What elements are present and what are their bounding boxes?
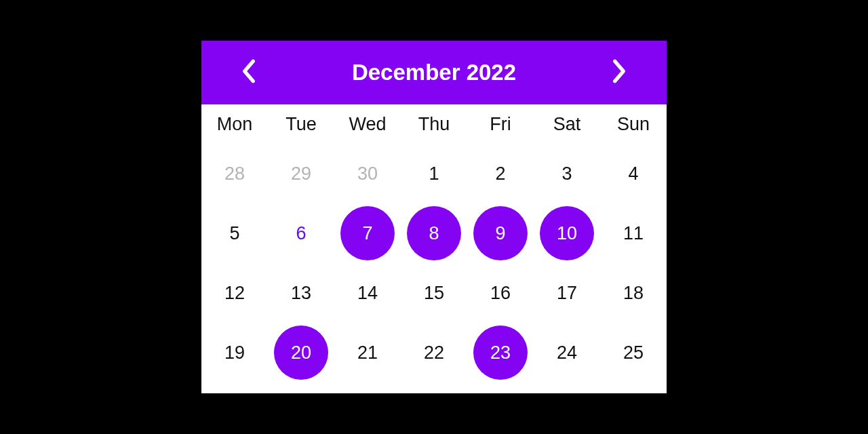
calendar-cell: 23 bbox=[467, 326, 534, 380]
weekday-label: Sun bbox=[600, 114, 667, 135]
calendar-day[interactable]: 29 bbox=[274, 146, 328, 201]
calendar-day[interactable]: 12 bbox=[208, 266, 262, 320]
weekday-label: Thu bbox=[401, 114, 467, 135]
calendar-cell: 11 bbox=[600, 206, 667, 260]
calendar-day[interactable]: 21 bbox=[340, 326, 395, 380]
calendar-cell: 9 bbox=[467, 206, 534, 260]
calendar-day[interactable]: 16 bbox=[473, 266, 528, 320]
calendar-day[interactable]: 15 bbox=[407, 266, 461, 320]
calendar-cell: 4 bbox=[600, 146, 667, 201]
calendar-cell: 8 bbox=[401, 206, 467, 260]
weekday-header-row: Mon Tue Wed Thu Fri Sat Sun bbox=[201, 104, 667, 144]
calendar-cell: 28 bbox=[201, 146, 268, 201]
calendar-cell: 12 bbox=[201, 266, 268, 320]
calendar-header: December 2022 bbox=[201, 41, 667, 104]
calendar-cell: 5 bbox=[201, 206, 268, 260]
calendar-day[interactable]: 7 bbox=[340, 206, 395, 260]
calendar-day[interactable]: 19 bbox=[208, 326, 262, 380]
chevron-left-icon bbox=[240, 58, 258, 87]
calendar-day[interactable]: 23 bbox=[473, 326, 528, 380]
calendar-row: 12131415161718 bbox=[201, 263, 667, 323]
calendar-cell: 30 bbox=[334, 146, 401, 201]
calendar-day[interactable]: 6 bbox=[274, 206, 328, 260]
calendar-cell: 1 bbox=[401, 146, 467, 201]
prev-month-button[interactable] bbox=[235, 59, 262, 86]
calendar-cell: 17 bbox=[534, 266, 600, 320]
calendar-cell: 21 bbox=[334, 326, 401, 380]
calendar-cell: 6 bbox=[268, 206, 334, 260]
calendar-day[interactable]: 5 bbox=[208, 206, 262, 260]
calendar-cell: 16 bbox=[467, 266, 534, 320]
calendar-day[interactable]: 9 bbox=[473, 206, 528, 260]
calendar-day[interactable]: 20 bbox=[274, 326, 328, 380]
calendar-day[interactable]: 13 bbox=[274, 266, 328, 320]
calendar-title: December 2022 bbox=[352, 60, 516, 85]
calendar-cell: 20 bbox=[268, 326, 334, 380]
calendar-day[interactable]: 3 bbox=[540, 146, 594, 201]
calendar: December 2022 Mon Tue Wed Thu Fri Sat Su… bbox=[201, 41, 667, 393]
calendar-cell: 14 bbox=[334, 266, 401, 320]
calendar-cell: 19 bbox=[201, 326, 268, 380]
weekday-label: Tue bbox=[268, 114, 334, 135]
calendar-cell: 2 bbox=[467, 146, 534, 201]
weekday-label: Sat bbox=[534, 114, 600, 135]
calendar-day[interactable]: 10 bbox=[540, 206, 594, 260]
calendar-cell: 25 bbox=[600, 326, 667, 380]
calendar-cell: 22 bbox=[401, 326, 467, 380]
calendar-cell: 7 bbox=[334, 206, 401, 260]
calendar-day[interactable]: 18 bbox=[606, 266, 660, 320]
weekday-label: Mon bbox=[201, 114, 268, 135]
chevron-right-icon bbox=[610, 58, 628, 87]
calendar-cell: 10 bbox=[534, 206, 600, 260]
calendar-cell: 18 bbox=[600, 266, 667, 320]
calendar-day[interactable]: 14 bbox=[340, 266, 395, 320]
calendar-day[interactable]: 30 bbox=[340, 146, 395, 201]
calendar-day[interactable]: 11 bbox=[606, 206, 660, 260]
calendar-grid: 2829301234567891011121314151617181920212… bbox=[201, 144, 667, 382]
calendar-cell: 3 bbox=[534, 146, 600, 201]
calendar-day[interactable]: 2 bbox=[473, 146, 528, 201]
calendar-day[interactable]: 17 bbox=[540, 266, 594, 320]
weekday-label: Fri bbox=[467, 114, 534, 135]
calendar-day[interactable]: 25 bbox=[606, 326, 660, 380]
calendar-cell: 15 bbox=[401, 266, 467, 320]
next-month-button[interactable] bbox=[606, 59, 633, 86]
calendar-day[interactable]: 8 bbox=[407, 206, 461, 260]
calendar-row: 567891011 bbox=[201, 203, 667, 263]
calendar-day[interactable]: 22 bbox=[407, 326, 461, 380]
calendar-day[interactable]: 1 bbox=[407, 146, 461, 201]
calendar-cell: 13 bbox=[268, 266, 334, 320]
calendar-cell: 24 bbox=[534, 326, 600, 380]
weekday-label: Wed bbox=[334, 114, 401, 135]
calendar-day[interactable]: 24 bbox=[540, 326, 594, 380]
calendar-day[interactable]: 4 bbox=[606, 146, 660, 201]
calendar-row: 19202122232425 bbox=[201, 323, 667, 382]
calendar-day[interactable]: 28 bbox=[208, 146, 262, 201]
calendar-cell: 29 bbox=[268, 146, 334, 201]
calendar-row: 2829301234 bbox=[201, 144, 667, 203]
